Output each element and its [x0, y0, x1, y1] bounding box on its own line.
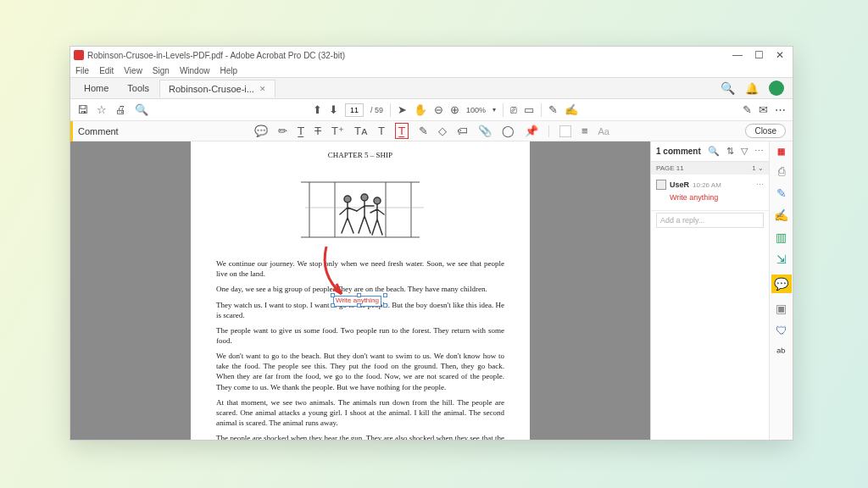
pdf-page: CHAPTER 5 – SHIP We continue our jou	[191, 141, 530, 440]
resize-handle[interactable]	[383, 303, 387, 308]
maximize-button[interactable]: ☐	[754, 49, 764, 61]
combine-icon[interactable]: ▣	[776, 302, 787, 315]
paragraph: We don't want to go to the beach. But th…	[216, 351, 504, 392]
search-comments-icon[interactable]: 🔍	[708, 146, 720, 157]
bell-icon[interactable]: 🔔	[745, 82, 759, 95]
sign-pdf-icon[interactable]: ✍	[774, 208, 788, 222]
comment-time: 10:26 AM	[693, 181, 721, 189]
more-icon[interactable]: ⋯	[775, 103, 786, 116]
search-icon[interactable]: 🔍	[721, 81, 735, 95]
menu-help[interactable]: Help	[220, 66, 237, 75]
tab-home[interactable]: Home	[75, 80, 117, 97]
tab-tools[interactable]: Tools	[119, 80, 158, 97]
page-number-input[interactable]	[345, 103, 364, 117]
comment-rail-icon[interactable]: 💬	[771, 274, 792, 293]
close-window-button[interactable]: ✕	[776, 49, 784, 61]
zoom-in-icon[interactable]: ⊕	[450, 103, 459, 116]
menu-window[interactable]: Window	[180, 66, 210, 75]
zoom-dropdown-icon[interactable]: ▾	[492, 106, 496, 114]
pin-tool-icon[interactable]: 📌	[525, 125, 538, 137]
pointer-icon[interactable]: ➤	[398, 103, 407, 116]
compress-icon[interactable]: ⇲	[776, 252, 787, 266]
textbox-tool-icon[interactable]: T̲	[395, 123, 409, 139]
insert-text-icon[interactable]: Tᴀ	[354, 125, 368, 137]
edit-pdf-icon[interactable]: ✎	[776, 186, 787, 200]
resize-handle[interactable]	[331, 303, 335, 308]
resize-handle[interactable]	[357, 293, 361, 297]
tab-close-icon[interactable]: ✕	[259, 85, 266, 93]
svg-point-9	[361, 194, 368, 201]
menu-bar: File Edit View Sign Window Help	[70, 64, 793, 77]
app-window: Robinson-Crusoe-in-Levels-PDF.pdf - Adob…	[70, 46, 793, 441]
text-comment-icon[interactable]: T	[378, 125, 385, 137]
protect-icon[interactable]: 🛡	[776, 324, 787, 337]
save-icon[interactable]: 🖫	[77, 103, 88, 116]
sticky-note-icon[interactable]: 💬	[254, 125, 268, 137]
page-up-icon[interactable]: ⬆	[313, 103, 322, 116]
redact-icon[interactable]: ᵃᵇ	[776, 346, 786, 359]
comment-item[interactable]: UseR 10:26 AM ⋯ Write anything	[651, 175, 769, 211]
sign-icon[interactable]: ✍	[565, 103, 578, 116]
tab-document[interactable]: Robinson-Crusoe-i... ✕	[159, 80, 275, 97]
create-pdf-icon[interactable]: ▦	[777, 147, 785, 156]
print-icon[interactable]: 🖨	[115, 103, 126, 116]
line-weight-icon[interactable]: ≡	[581, 125, 588, 137]
menu-edit[interactable]: Edit	[99, 66, 114, 75]
zoom-out-icon[interactable]: ⊖	[434, 103, 443, 116]
comment-indicator	[70, 121, 73, 141]
comment-toolbar: Comment 💬 ✏ T̲ T T⁺ Tᴀ T T̲ ✎ ◇ 🏷 📎 ◯ 📌 …	[70, 121, 793, 141]
window-title: Robinson-Crusoe-in-Levels-PDF.pdf - Adob…	[87, 51, 345, 60]
star-icon[interactable]: ☆	[97, 103, 107, 116]
filter-comments-icon[interactable]: ▽	[741, 146, 748, 157]
fit-width-icon[interactable]: ⎚	[510, 103, 517, 116]
app-icon	[74, 50, 84, 60]
stamp-tool-icon[interactable]: 🏷	[457, 125, 468, 137]
quick-toolbar: 🖫 ☆ 🖨 🔍 ⬆ ⬇ / 59 ➤ ✋ ⊖ ⊕ 100% ▾ ⎚ ▭ ✎ ✍ …	[70, 99, 793, 121]
comment-user: UseR	[670, 180, 689, 189]
resize-handle[interactable]	[331, 293, 335, 297]
replace-text-icon[interactable]: T⁺	[331, 125, 344, 137]
organize-icon[interactable]: ▥	[776, 230, 787, 244]
comment-type-icon	[656, 180, 666, 190]
comment-text: Write anything	[670, 193, 764, 202]
hand-icon[interactable]: ✋	[414, 103, 427, 116]
page-down-icon[interactable]: ⬇	[329, 103, 338, 116]
eraser-tool-icon[interactable]: ◇	[438, 125, 447, 137]
pencil-tool-icon[interactable]: ✎	[419, 125, 428, 137]
document-area[interactable]: CHAPTER 5 – SHIP We continue our jou	[70, 141, 650, 440]
minimize-button[interactable]: —	[732, 49, 743, 61]
zoom-level[interactable]: 100%	[466, 106, 486, 114]
comment-page-label: PAGE 11 1 ⌄	[651, 162, 769, 175]
resize-handle[interactable]	[357, 303, 361, 308]
mail-icon[interactable]: ✉	[759, 103, 768, 116]
sort-comments-icon[interactable]: ⇅	[726, 146, 734, 157]
paragraph: We continue our journey. We stop only wh…	[216, 258, 504, 279]
menu-view[interactable]: View	[124, 66, 142, 75]
attach-tool-icon[interactable]: 📎	[478, 125, 492, 137]
resize-handle[interactable]	[383, 293, 387, 297]
avatar[interactable]	[769, 80, 784, 96]
underline-tool-icon[interactable]: T̲	[298, 125, 304, 137]
reply-input[interactable]: Add a reply...	[656, 213, 764, 228]
comment-count: 1 comment	[656, 147, 701, 156]
share-icon[interactable]: ✎	[743, 103, 752, 116]
text-color-swatch[interactable]	[559, 125, 571, 137]
menu-file[interactable]: File	[75, 66, 89, 75]
strikethrough-tool-icon[interactable]: T	[314, 125, 321, 137]
fit-page-icon[interactable]: ▭	[524, 103, 534, 116]
menu-sign[interactable]: Sign	[153, 66, 170, 75]
tab-document-label: Robinson-Crusoe-i...	[169, 84, 254, 94]
page-total: / 59	[370, 106, 383, 114]
comments-menu-icon[interactable]: ⋯	[754, 146, 764, 157]
paragraph: The people are shocked when they hear th…	[216, 433, 504, 440]
chapter-illustration	[292, 165, 428, 250]
shapes-tool-icon[interactable]: ◯	[502, 125, 515, 137]
svg-point-8	[344, 196, 351, 202]
export-pdf-icon[interactable]: ⎙	[778, 164, 785, 178]
close-comment-bar-button[interactable]: Close	[745, 124, 786, 138]
comment-menu-icon[interactable]: ⋯	[756, 180, 764, 189]
highlight-icon[interactable]: ✎	[548, 103, 558, 116]
font-icon[interactable]: Aa	[598, 126, 609, 136]
highlight-tool-icon[interactable]: ✏	[278, 125, 287, 137]
search-tool-icon[interactable]: 🔍	[135, 103, 148, 116]
